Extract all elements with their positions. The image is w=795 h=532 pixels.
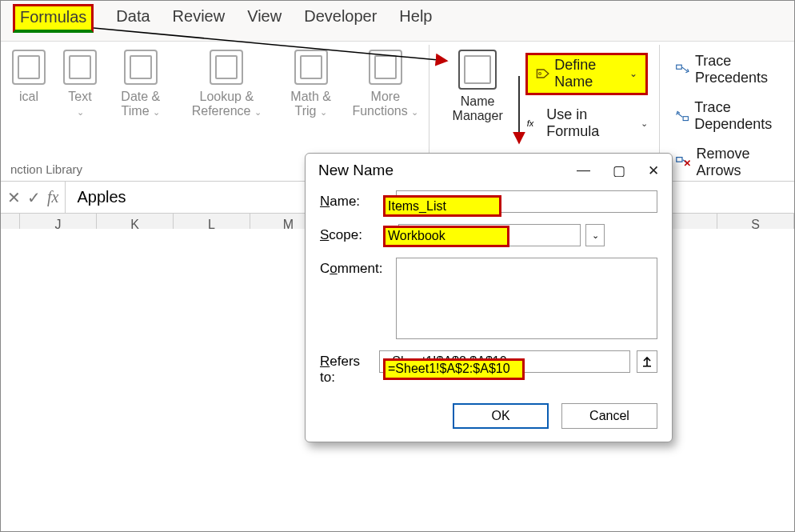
svg-point-0 bbox=[539, 73, 541, 75]
btn-date-time[interactable]: Date & Time ⌄ bbox=[113, 50, 169, 119]
tab-help[interactable]: Help bbox=[399, 7, 432, 33]
svg-rect-6 bbox=[677, 158, 682, 162]
tab-view[interactable]: View bbox=[247, 7, 282, 33]
btn-remove-arrows[interactable]: Remove Arrows bbox=[676, 146, 785, 179]
tab-data[interactable]: Data bbox=[116, 7, 150, 33]
maximize-icon[interactable]: ▢ bbox=[613, 162, 625, 179]
minimize-icon[interactable]: — bbox=[577, 162, 590, 179]
highlight-scope-text: Workbook bbox=[388, 229, 445, 243]
btn-lookup-ref[interactable]: Lookup & Reference ⌄ bbox=[183, 50, 270, 119]
ok-button[interactable]: OK bbox=[453, 403, 549, 429]
datetime-icon bbox=[124, 50, 158, 85]
math-icon bbox=[294, 50, 328, 85]
label-refers-to: Refers to: bbox=[320, 350, 370, 386]
label-scope: Scope: bbox=[320, 224, 389, 243]
label-name: Name: bbox=[320, 190, 386, 210]
trace-precedents-icon bbox=[676, 62, 689, 77]
group-formula-auditing: Trace Precedents Trace Dependents Remove… bbox=[660, 45, 794, 181]
btn-math-trig[interactable]: Math & Trig ⌄ bbox=[285, 50, 337, 119]
btn-define-name[interactable]: Define Name⌄ bbox=[525, 53, 648, 95]
tab-review[interactable]: Review bbox=[173, 7, 226, 33]
tab-developer[interactable]: Developer bbox=[304, 7, 377, 33]
tab-formulas[interactable]: Formulas bbox=[13, 4, 94, 33]
svg-rect-5 bbox=[684, 117, 689, 121]
btn-more-fn[interactable]: More Functions ⌄ bbox=[351, 50, 419, 119]
remove-arrows-icon bbox=[676, 155, 691, 170]
dialog-title: New Name bbox=[318, 162, 394, 179]
btn-trace-precedents[interactable]: Trace Precedents bbox=[676, 53, 785, 86]
highlight-name-text: Items_List bbox=[388, 199, 446, 214]
btn-name-manager[interactable]: Name Manager bbox=[444, 50, 511, 124]
close-icon[interactable]: ✕ bbox=[648, 162, 659, 179]
btn-trace-dependents[interactable]: Trace Dependents bbox=[676, 99, 785, 133]
svg-rect-4 bbox=[677, 65, 682, 69]
tag-icon bbox=[536, 66, 549, 81]
formula-icon: fx bbox=[525, 116, 541, 130]
cancel-button[interactable]: Cancel bbox=[561, 403, 657, 429]
morefn-icon bbox=[369, 50, 402, 85]
label-comment: Comment: bbox=[320, 258, 386, 277]
text-icon bbox=[63, 50, 97, 85]
input-comment[interactable] bbox=[396, 258, 657, 339]
svg-rect-7 bbox=[643, 366, 651, 367]
highlight-refers-text: =Sheet1!$A$2:$A$10 bbox=[388, 362, 510, 376]
cancel-formula-icon[interactable]: ✕ bbox=[7, 188, 21, 207]
btn-text[interactable]: Text⌄ bbox=[62, 50, 98, 119]
dialog-new-name: New Name — ▢ ✕ Name: Scope: ⌄ Comment: R… bbox=[305, 153, 673, 442]
btn-use-in-formula[interactable]: fx Use in Formula ⌄ bbox=[525, 106, 648, 140]
menu-tabs: Formulas Data Review View Developer Help bbox=[1, 1, 794, 42]
trace-dependents-icon bbox=[676, 109, 689, 123]
logical-icon bbox=[12, 50, 46, 85]
fx-icon[interactable]: fx bbox=[47, 188, 58, 206]
collapse-dialog-icon[interactable] bbox=[637, 350, 657, 373]
lookup-icon bbox=[210, 50, 243, 85]
svg-text:fx: fx bbox=[527, 118, 534, 128]
name-manager-icon bbox=[458, 50, 497, 90]
chevron-down-icon[interactable]: ⌄ bbox=[585, 224, 605, 246]
accept-formula-icon[interactable]: ✓ bbox=[27, 188, 41, 207]
btn-logical[interactable]: ical bbox=[10, 50, 47, 104]
